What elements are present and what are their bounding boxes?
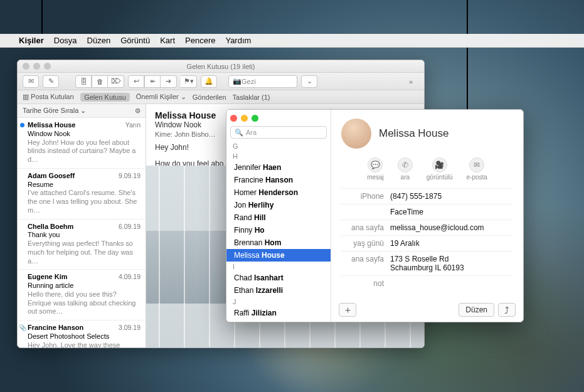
message-row[interactable]: Eugene Kim4.09.19Running articleHello th… (18, 270, 146, 320)
contact-field-label: not (341, 279, 390, 288)
contact-field-label: ana sayfa (341, 255, 390, 272)
contact-list-item[interactable]: Brennan Hom (226, 236, 331, 249)
contacts-search-input[interactable]: 🔍 Ara (230, 126, 327, 139)
message-row[interactable]: Adam Gooseff9.09.19ResumeI've attached C… (18, 169, 146, 220)
contact-field-row: ana sayfamelissa_house@icloud.com (341, 220, 513, 235)
action-video[interactable]: 🎥görüntülü (427, 157, 453, 181)
contact-list-item[interactable]: Jon Herlihy (226, 199, 331, 211)
message-row[interactable]: Chella Boehm6.09.19Thank youEverything w… (18, 220, 146, 270)
message-row[interactable]: Francine Hanson3.09.19Desert Photoshoot … (18, 320, 146, 347)
contact-field-label: yaş günü (341, 239, 390, 248)
contacts-section-header: J (226, 297, 331, 307)
contacts-sidebar: 🔍 Ara GHJennifer HaenFrancine HansonHome… (226, 110, 331, 322)
action-call[interactable]: ✆ara (398, 157, 413, 181)
message-preview: I've attached Carol's resume. She's the … (28, 189, 141, 215)
menubar-app-name[interactable]: Kişiler (19, 36, 44, 45)
window-controls (23, 63, 51, 70)
archive-button[interactable]: 🗄 (75, 75, 92, 88)
callout-line (41, 0, 43, 36)
contact-name: Melissa House (379, 127, 449, 140)
toolbar-dropdown-button[interactable]: ⌄ (301, 75, 317, 88)
menu-view[interactable]: Görüntü (120, 36, 150, 45)
junk-button[interactable]: ⌦ (108, 75, 124, 88)
menu-card[interactable]: Kart (160, 36, 175, 45)
close-icon[interactable] (230, 115, 237, 122)
sort-menu[interactable]: Tarihe Göre Sırala ⌄ (23, 107, 86, 115)
add-contact-button[interactable]: ＋ (339, 303, 356, 317)
menu-file[interactable]: Dosya (54, 36, 77, 45)
minimize-icon[interactable] (33, 63, 40, 70)
mail-search-field[interactable]: 📷 Gezi (228, 75, 297, 88)
contact-list-item[interactable]: Raffi Jilizian (226, 307, 331, 319)
message-row[interactable]: Melissa HouseYarınWindow NookHey John! H… (18, 118, 146, 169)
contact-field-value[interactable]: 173 S Roselle Rd Schaumburg IL 60193 (390, 255, 513, 272)
reply-all-button[interactable]: ↞ (144, 75, 161, 88)
contact-field-label: iPhone (341, 192, 390, 201)
delete-button[interactable]: 🗑 (92, 75, 108, 88)
fav-sent[interactable]: Gönderilen (193, 93, 226, 101)
close-icon[interactable] (23, 63, 29, 70)
contact-list-item[interactable]: Homer Henderson (226, 186, 331, 199)
mail-titlebar[interactable]: Gelen Kutusu (19 ileti) (18, 60, 424, 73)
message-date: 4.09.19 (119, 273, 141, 281)
contact-list-item[interactable]: Jennifer Haen (226, 161, 331, 174)
message-preview: Hey John, Love the way these turned out.… (28, 341, 141, 348)
contact-list-item[interactable]: Ethan Izzarelli (226, 284, 331, 297)
contact-list-item[interactable]: Chad Isanhart (226, 272, 331, 284)
avatar[interactable] (341, 119, 371, 149)
mailboxes-button[interactable]: ▥ Posta Kutuları (23, 93, 74, 101)
menu-edit[interactable]: Düzen (87, 36, 111, 45)
contact-list-item[interactable]: Francine Hanson (226, 174, 331, 186)
toolbar-overflow-button[interactable]: » (403, 75, 419, 88)
fav-inbox[interactable]: Gelen Kutusu (80, 93, 130, 102)
macos-menubar: Kişiler Dosya Düzen Görüntü Kart Pencere… (0, 34, 584, 48)
message-date: 3.09.19 (119, 324, 141, 332)
to-label: Kime: (155, 130, 173, 138)
share-button[interactable]: ⤴ (498, 303, 516, 317)
filter-icon[interactable]: ⊜ (135, 107, 141, 115)
contact-list-item[interactable]: Rand Hill (226, 211, 331, 224)
window-controls (226, 110, 331, 126)
search-placeholder: Ara (246, 129, 257, 136)
action-email[interactable]: ✉e-posta (467, 157, 487, 181)
message-subject: Window Nook (28, 130, 141, 139)
message-preview: Hey John! How do you feel about blinds i… (28, 139, 141, 164)
message-subject: Resume (28, 181, 141, 189)
fav-drafts[interactable]: Taslaklar (1) (233, 93, 270, 101)
search-icon: 🔍 (235, 129, 243, 137)
contact-field-label: ana sayfa (341, 223, 390, 232)
message-icon: 💬 (368, 157, 383, 172)
fav-vips[interactable]: Önemli Kişiler ⌄ (136, 93, 186, 101)
action-message[interactable]: 💬mesaj (367, 157, 384, 181)
contact-list-item[interactable]: Melissa House (226, 249, 331, 262)
compose-button[interactable]: ✎ (43, 75, 59, 88)
contacts-section-header: I (226, 262, 331, 272)
video-icon: 🎥 (432, 157, 447, 172)
contact-field-value[interactable]: (847) 555-1875 (390, 192, 513, 201)
email-icon: ✉ (469, 157, 484, 172)
forward-button[interactable]: ➔ (161, 75, 177, 88)
message-subject: Running article (28, 282, 141, 290)
contact-field-value[interactable]: 19 Aralık (390, 239, 513, 248)
minimize-icon[interactable] (241, 115, 248, 122)
message-preview: Hello there, did you see this? Enrique w… (28, 290, 141, 316)
menu-window[interactable]: Pencere (185, 36, 215, 45)
contacts-section-header: G (226, 141, 331, 151)
get-mail-button[interactable]: ✉︎ (23, 75, 39, 88)
contact-list-item[interactable]: Finny Ho (226, 224, 331, 236)
contact-field-value[interactable] (390, 279, 513, 288)
edit-button[interactable]: Düzen (459, 303, 494, 317)
flag-button[interactable]: ⚑▾ (181, 75, 197, 88)
reply-button[interactable]: ↩ (128, 75, 144, 88)
message-preview: Everything was perfect! Thanks so much f… (28, 240, 141, 265)
menu-help[interactable]: Yardım (225, 36, 251, 45)
mute-button[interactable]: 🔔 (201, 75, 217, 88)
zoom-icon[interactable] (44, 63, 51, 70)
contact-field-value[interactable]: melissa_house@icloud.com (390, 223, 513, 232)
contact-field-value[interactable]: FaceTime (390, 208, 513, 216)
zoom-icon[interactable] (252, 115, 258, 122)
message-date: 6.09.19 (119, 223, 141, 231)
contact-field-row: yaş günü19 Aralık (341, 235, 513, 251)
mail-window-title: Gelen Kutusu (19 ileti) (187, 63, 255, 70)
phone-icon: ✆ (398, 157, 413, 172)
